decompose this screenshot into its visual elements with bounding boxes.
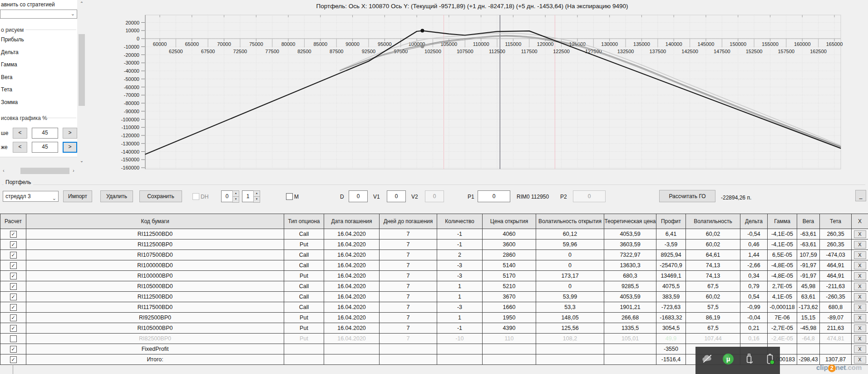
column-header-qty[interactable]: Количество bbox=[437, 214, 483, 229]
row-checkbox[interactable]: ✓ bbox=[10, 241, 17, 248]
remove-row-button[interactable]: X bbox=[854, 293, 866, 301]
vscroll-thumb[interactable] bbox=[79, 34, 85, 106]
column-header-days[interactable]: Дней до погашения bbox=[380, 214, 437, 229]
cloud-off-icon[interactable] bbox=[701, 353, 713, 365]
column-header-remove[interactable]: X bbox=[852, 214, 868, 229]
row-check-cell[interactable]: ✓ bbox=[0, 271, 26, 281]
portfolio-select[interactable]: стреддл 3 ⌄ bbox=[3, 191, 59, 202]
remove-row-button[interactable]: X bbox=[854, 324, 866, 332]
draw-item-3[interactable]: Гамма bbox=[1, 61, 17, 68]
below-increment-button[interactable]: > bbox=[63, 142, 77, 153]
row-checkbox[interactable]: ✓ bbox=[10, 262, 17, 269]
row-checkbox[interactable]: ✓ bbox=[10, 314, 17, 321]
save-button[interactable]: Сохранить bbox=[139, 190, 182, 202]
below-decrement-button[interactable]: < bbox=[13, 142, 27, 153]
row-checkbox[interactable]: ✓ bbox=[10, 273, 17, 279]
remove-row-button[interactable]: X bbox=[854, 241, 866, 249]
v2-input[interactable]: 0 bbox=[425, 190, 444, 202]
spinner-2[interactable]: 1 ▲ ▼ bbox=[242, 190, 260, 202]
remove-row-button[interactable]: X bbox=[854, 262, 866, 269]
usb-drive-icon[interactable] bbox=[743, 353, 755, 365]
remove-row-button[interactable]: X bbox=[854, 304, 866, 311]
p1-input[interactable]: 0 bbox=[478, 190, 510, 202]
row-checkbox[interactable] bbox=[10, 335, 17, 342]
m-checkbox[interactable] bbox=[286, 193, 293, 200]
remove-row-button[interactable]: X bbox=[854, 251, 866, 259]
column-header-profit[interactable]: Профит bbox=[656, 214, 686, 229]
row-check-cell[interactable]: ✓ bbox=[0, 250, 26, 260]
row-check-cell[interactable]: ✓ bbox=[0, 260, 26, 271]
remove-row-button[interactable]: X bbox=[854, 335, 866, 343]
column-header-vega[interactable]: Вега bbox=[797, 214, 820, 229]
remove-row-button[interactable]: X bbox=[854, 345, 866, 353]
column-header-theo_price[interactable]: Теоретическая цена bbox=[604, 214, 656, 229]
v1-input[interactable]: 0 bbox=[387, 190, 406, 202]
row-checkbox[interactable]: ✓ bbox=[10, 283, 17, 290]
row-checkbox[interactable]: ✓ bbox=[10, 252, 17, 259]
row-check-cell[interactable]: ✓ bbox=[0, 313, 26, 323]
column-header-date[interactable]: Дата погашения bbox=[324, 214, 380, 229]
spin-up-icon[interactable]: ▲ bbox=[232, 190, 239, 197]
column-header-type[interactable]: Тип опциона bbox=[284, 214, 324, 229]
draw-item-2[interactable]: Дельта bbox=[1, 49, 19, 55]
remove-row-button[interactable]: X bbox=[854, 272, 866, 280]
battery-icon[interactable] bbox=[764, 353, 776, 365]
row-check-cell[interactable]: ✓ bbox=[0, 323, 26, 334]
column-header-open_price[interactable]: Цена открытия bbox=[483, 214, 536, 229]
p2-input[interactable]: 0 bbox=[573, 190, 606, 202]
remove-row-button[interactable]: X bbox=[854, 283, 866, 290]
column-header-gamma[interactable]: Гамма bbox=[768, 214, 797, 229]
column-header-open_vol[interactable]: Волатильность открытия bbox=[536, 214, 604, 229]
column-header-code[interactable]: Код бумаги bbox=[26, 214, 284, 229]
sidebar-vscrollbar[interactable]: ⌃ ⌄ bbox=[78, 0, 85, 165]
scroll-up-icon[interactable]: ⌃ bbox=[78, 0, 85, 7]
draw-item-1[interactable]: Прибыль bbox=[1, 36, 24, 43]
sidebar-hscrollbar[interactable]: ‹ › bbox=[0, 167, 77, 175]
column-header-delta[interactable]: Дельта bbox=[740, 214, 768, 229]
scroll-left-icon[interactable]: ‹ bbox=[0, 167, 7, 175]
column-header-check[interactable]: Расчет bbox=[0, 214, 26, 229]
import-button[interactable]: Импорт bbox=[63, 190, 92, 202]
column-header-theta[interactable]: Тета bbox=[820, 214, 852, 229]
row-check-cell[interactable]: ✓ bbox=[0, 344, 26, 354]
remove-row-button[interactable]: X bbox=[854, 356, 866, 364]
row-checkbox[interactable]: ✓ bbox=[10, 304, 17, 311]
compare-strategy-select[interactable]: ⌄ bbox=[0, 10, 77, 19]
spin-up-icon[interactable]: ▲ bbox=[253, 190, 260, 197]
row-check-cell[interactable]: ✓ bbox=[0, 281, 26, 292]
d-input[interactable]: 0 bbox=[349, 190, 368, 202]
draw-item-5[interactable]: Тета bbox=[1, 86, 12, 93]
above-value-input[interactable]: 45 bbox=[32, 128, 58, 139]
delete-button[interactable]: Удалить bbox=[100, 190, 133, 202]
utorrent-icon[interactable]: µ bbox=[722, 353, 734, 365]
above-decrement-button[interactable]: < bbox=[13, 128, 27, 139]
remove-row-button[interactable]: X bbox=[854, 314, 866, 322]
row-check-cell[interactable]: ✓ bbox=[0, 354, 26, 365]
scroll-down-icon[interactable]: ⌄ bbox=[78, 157, 85, 165]
spin-down-icon[interactable]: ▼ bbox=[232, 196, 239, 203]
row-check-cell[interactable] bbox=[0, 334, 26, 344]
row-checkbox[interactable]: ✓ bbox=[10, 231, 17, 238]
scroll-right-icon[interactable]: › bbox=[70, 167, 77, 175]
row-check-cell[interactable]: ✓ bbox=[0, 292, 26, 302]
row-checkbox[interactable]: ✓ bbox=[10, 325, 17, 332]
calc-margin-button[interactable]: Рассчитать ГО bbox=[659, 190, 715, 202]
draw-item-6[interactable]: Зомма bbox=[1, 99, 18, 105]
above-increment-button[interactable]: > bbox=[63, 128, 77, 139]
spin-down-icon[interactable]: ▼ bbox=[253, 196, 260, 203]
hscroll-thumb[interactable] bbox=[20, 168, 69, 174]
row-checkbox[interactable]: ✓ bbox=[10, 346, 17, 353]
draw-item-4[interactable]: Вега bbox=[1, 74, 12, 80]
minimize-button[interactable]: _ bbox=[855, 190, 866, 201]
column-header-vol[interactable]: Волатильность bbox=[686, 214, 740, 229]
row-check-cell[interactable]: ✓ bbox=[0, 229, 26, 239]
row-check-cell[interactable]: ✓ bbox=[0, 302, 26, 313]
remove-row-button[interactable]: X bbox=[854, 230, 866, 238]
dh-checkbox[interactable] bbox=[192, 193, 199, 200]
row-check-cell[interactable]: ✓ bbox=[0, 239, 26, 250]
row-checkbox[interactable]: ✓ bbox=[10, 294, 17, 300]
row-checkbox[interactable]: ✓ bbox=[10, 356, 17, 363]
spinner-2-value[interactable]: 1 bbox=[242, 190, 254, 202]
spinner-1-value[interactable]: 0 bbox=[221, 190, 233, 202]
spinner-1[interactable]: 0 ▲ ▼ bbox=[221, 190, 239, 202]
